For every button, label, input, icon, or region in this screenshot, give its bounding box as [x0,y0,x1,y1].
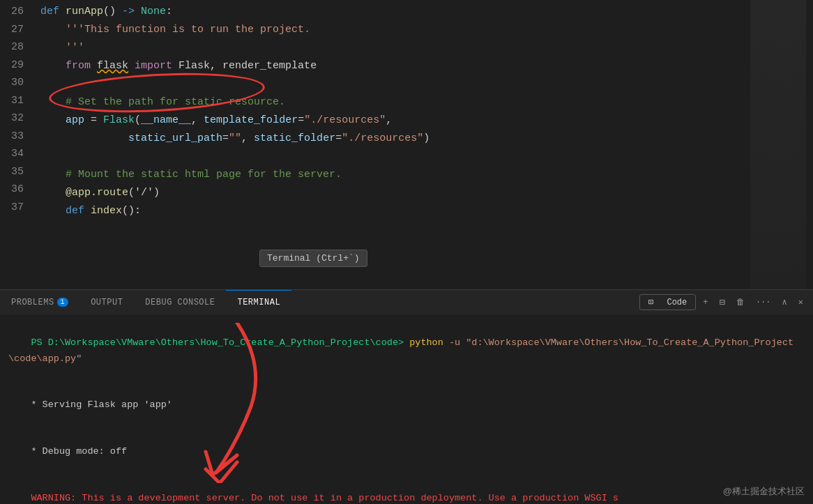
terminal-icon: ⊡ [644,296,658,310]
tab-output[interactable]: OUTPUT [79,290,134,315]
terminal-area: PS D:\Workspace\VMware\Others\How_To_Cre… [0,314,813,504]
tab-debug-label: DEBUG CONSOLE [145,298,215,307]
tab-debug-console[interactable]: DEBUG CONSOLE [134,290,226,315]
watermark: @稀土掘金技术社区 [723,484,805,498]
code-label: Code [662,296,691,310]
minimap [750,0,806,289]
split-terminal-button[interactable]: ⊟ [715,294,729,310]
code-line-27: '''This function is to run the project. [35,21,813,39]
code-button[interactable]: ⊡ Code [639,294,696,310]
code-line-32: app = Flask(__name__, template_folder=".… [35,112,813,130]
tab-terminal[interactable]: TERMINAL [226,290,291,315]
tab-output-label: OUTPUT [91,298,123,307]
tab-problems-label: PROBLEMS [11,298,54,307]
line-numbers: 26 27 28 29 30 31 32 33 34 35 36 37 [0,0,35,289]
panel-tab-actions: ⊡ Code + ⊟ 🗑 ··· ∧ ✕ [639,294,813,310]
code-line-26: def runApp() -> None: [35,3,813,21]
tab-problems[interactable]: PROBLEMS 1 [0,290,79,315]
terminal-prompt: PS D:\Workspace\VMware\Others\How_To_Cre… [31,337,404,348]
terminal-line-2: * Debug mode: off [8,429,805,475]
code-line-36: @app.route('/') [35,184,813,202]
terminal-warning: WARNING: This is a development server. D… [31,493,618,503]
code-line-31: # Set the path for static resource. [35,93,813,112]
code-line-34 [35,148,813,166]
code-content: def runApp() -> None: '''This function i… [35,0,813,289]
close-panel-button[interactable]: ✕ [794,295,807,310]
terminal-prompt-line: PS D:\Workspace\VMware\Others\How_To_Cre… [8,320,805,382]
terminal-command: python [409,337,443,348]
maximize-panel-button[interactable]: ∧ [778,295,791,310]
problems-badge: 1 [57,298,69,307]
trash-terminal-button[interactable]: 🗑 [732,295,749,310]
code-line-29: from flask import Flask, render_template [35,57,813,75]
code-line-37: def index(): [35,202,813,220]
panel-tabs: PROBLEMS 1 OUTPUT DEBUG CONSOLE TERMINAL… [0,289,813,314]
terminal-warning-line: WARNING: This is a development server. D… [8,475,805,504]
editor-area: 26 27 28 29 30 31 32 33 34 35 36 37 def … [0,0,813,289]
code-line-28: ''' [35,39,813,57]
code-line-33: static_url_path="", static_folder="./res… [35,130,813,148]
tooltip: Terminal (Ctrl+`) [259,250,367,267]
code-line-30 [35,75,813,93]
code-line-35: # Mount the static html page for the ser… [35,166,813,184]
add-terminal-button[interactable]: + [699,296,712,310]
more-actions-button[interactable]: ··· [752,296,775,310]
terminal-line-1: * Serving Flask app 'app' [8,382,805,429]
tab-terminal-label: TERMINAL [237,298,280,307]
